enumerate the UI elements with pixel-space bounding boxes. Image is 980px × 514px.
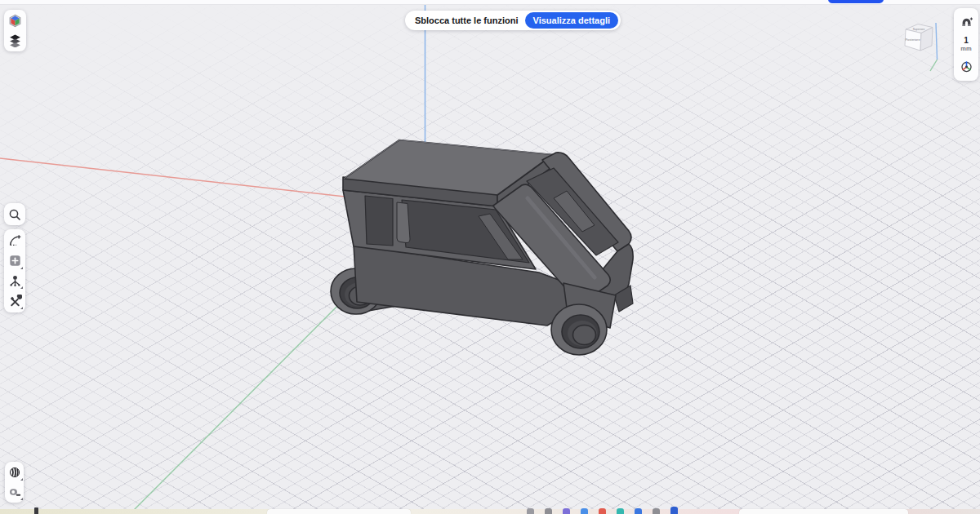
- unlock-notification: Sblocca tutte le funzioni Visualizza det…: [405, 11, 621, 30]
- desktop-icon-fragment: [34, 507, 38, 514]
- tools-button[interactable]: [6, 292, 24, 310]
- dock-app-icon[interactable]: [563, 508, 570, 514]
- view-cube-z-axis: [936, 23, 938, 60]
- submenu-indicator: [20, 498, 23, 500]
- dock-app-icon[interactable]: [635, 508, 642, 514]
- layers-icon: [8, 33, 22, 47]
- dock-app-icons[interactable]: [527, 507, 678, 514]
- sketch-button[interactable]: [6, 232, 24, 250]
- transform-button[interactable]: [6, 272, 24, 290]
- scene-svg: Superiore Posteriore: [0, 0, 980, 514]
- dock-app-icon[interactable]: [545, 508, 552, 514]
- orientation-cube-icon: [8, 14, 22, 28]
- submenu-indicator: [20, 478, 23, 481]
- app-window: Superiore Posteriore Sblocca tutte le fu…: [0, 0, 980, 514]
- shading-style-button[interactable]: [6, 463, 24, 481]
- orientation-views-button[interactable]: [7, 11, 24, 29]
- front-wheel-bore: [573, 326, 596, 345]
- dock-window-fragment: [267, 509, 411, 514]
- toolbar-left: [4, 229, 25, 312]
- submenu-indicator: [20, 286, 23, 289]
- add-body-icon: [8, 254, 22, 268]
- notification-message: Sblocca tutte le funzioni: [415, 16, 519, 25]
- shading-icon: [8, 466, 21, 479]
- tools-icon: [8, 295, 22, 308]
- search-icon: [8, 208, 21, 221]
- view-cube-front-label: Posteriore: [905, 38, 920, 42]
- panel-top-right: 1 mm: [954, 8, 978, 81]
- dock-app-icon[interactable]: [670, 507, 678, 514]
- submenu-indicator: [20, 307, 23, 309]
- rear-window-opening: [365, 196, 393, 246]
- dock-window-fragment: [739, 509, 908, 514]
- layers-button[interactable]: [7, 32, 24, 50]
- view-cube[interactable]: Superiore Posteriore: [905, 23, 938, 71]
- view-details-button[interactable]: Visualizza dettagli: [525, 12, 619, 29]
- dock-app-icon[interactable]: [527, 508, 534, 514]
- titlebar-blue-button-fragment[interactable]: [828, 0, 884, 3]
- grid-value: 1: [964, 37, 969, 45]
- far-window-frame-through: [397, 202, 410, 243]
- dock-app-icon[interactable]: [581, 508, 588, 514]
- dock-app-icon[interactable]: [653, 508, 660, 514]
- toolbar-search: [4, 203, 25, 225]
- desktop-dock-sliver: [0, 509, 980, 514]
- transform-icon: [8, 274, 22, 288]
- dock-app-icon[interactable]: [617, 508, 624, 514]
- dock-app-icon[interactable]: [599, 508, 606, 514]
- measure-button[interactable]: [6, 483, 24, 501]
- view-cube-y-axis: [930, 60, 938, 71]
- search-button[interactable]: [6, 206, 24, 224]
- orientation-gizmo-button[interactable]: [957, 57, 975, 75]
- axes-gizmo-icon: [960, 60, 973, 73]
- submenu-indicator: [20, 267, 23, 269]
- grid-unit-display[interactable]: 1 mm: [960, 37, 971, 52]
- add-body-button[interactable]: [6, 252, 24, 270]
- magnet-icon: [960, 16, 973, 30]
- measure-icon: [8, 485, 21, 498]
- snap-toggle-button[interactable]: [957, 14, 975, 32]
- model-toy-car[interactable]: [331, 140, 633, 356]
- sketch-icon: [8, 233, 22, 247]
- grid-unit: mm: [960, 46, 971, 52]
- toolbar-bottom-left: [5, 462, 24, 503]
- view-cube-top-label: Superiore: [913, 28, 925, 31]
- toolbar-top-left: [4, 10, 26, 51]
